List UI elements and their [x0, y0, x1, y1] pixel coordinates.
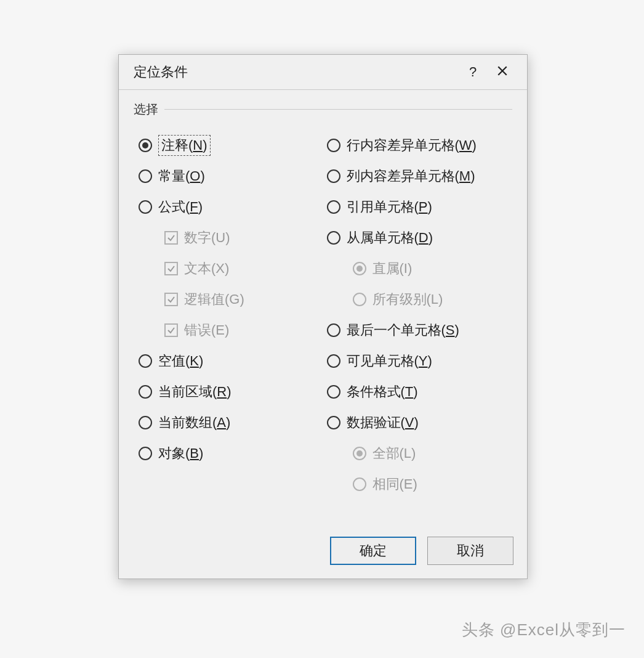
checkbox-errors: 错误(E)	[139, 315, 327, 346]
right-column: 行内容差异单元格(W) 列内容差异单元格(M) 引用单元格(P) 从属单元格(D…	[327, 130, 515, 500]
close-icon	[497, 65, 508, 76]
checkbox-label: 逻辑值(G)	[184, 290, 244, 309]
radio-icon	[139, 385, 152, 399]
radio-icon	[327, 416, 340, 429]
radio-label: 相同(E)	[372, 475, 417, 493]
radio-label: 注释(N)	[158, 135, 211, 156]
radio-label: 直属(I)	[372, 259, 413, 278]
radio-label: 数据验证(V)	[347, 413, 419, 432]
radio-blanks[interactable]: 空值(K)	[139, 346, 327, 376]
radio-label: 全部(L)	[372, 444, 416, 463]
radio-icon	[353, 293, 366, 306]
radio-dep-all: 所有级别(L)	[327, 284, 515, 315]
checkbox-label: 数字(U)	[184, 229, 230, 247]
goto-special-dialog: 定位条件 ? 选择 注释(N) 常量(O) 公式(F)	[118, 54, 528, 579]
radio-label: 所有级别(L)	[372, 290, 443, 309]
dialog-footer: 确定 取消	[330, 537, 513, 565]
radio-objects[interactable]: 对象(B)	[139, 438, 327, 469]
title-bar: 定位条件 ?	[119, 55, 527, 89]
radio-data-validation[interactable]: 数据验证(V)	[327, 407, 515, 438]
radio-label: 从属单元格(D)	[347, 229, 433, 247]
radio-row-diff[interactable]: 行内容差异单元格(W)	[327, 130, 515, 161]
radio-icon	[139, 416, 152, 429]
checkbox-icon	[164, 293, 178, 306]
radio-label: 公式(F)	[158, 198, 203, 216]
radio-last-cell[interactable]: 最后一个单元格(S)	[327, 315, 515, 346]
left-column: 注释(N) 常量(O) 公式(F) 数字(U) 文本(X) 逻辑值(G)	[139, 130, 327, 500]
radio-visible[interactable]: 可见单元格(Y)	[327, 346, 515, 376]
radio-icon	[327, 354, 340, 368]
checkbox-label: 错误(E)	[184, 321, 229, 339]
radio-icon	[139, 139, 152, 152]
options-body: 注释(N) 常量(O) 公式(F) 数字(U) 文本(X) 逻辑值(G)	[119, 118, 527, 500]
radio-label: 常量(O)	[158, 167, 205, 185]
checkbox-text: 文本(X)	[139, 253, 327, 284]
radio-label: 可见单元格(Y)	[347, 352, 432, 370]
radio-label: 当前数组(A)	[158, 413, 230, 432]
radio-icon	[327, 323, 340, 337]
radio-icon	[139, 169, 152, 183]
radio-icon	[353, 447, 366, 460]
radio-icon	[139, 200, 152, 214]
radio-icon	[327, 231, 340, 245]
radio-label: 列内容差异单元格(M)	[347, 167, 475, 185]
radio-formulas[interactable]: 公式(F)	[139, 192, 327, 222]
radio-cond-format[interactable]: 条件格式(T)	[327, 376, 515, 407]
radio-icon	[327, 169, 340, 183]
radio-icon	[327, 139, 340, 152]
radio-icon	[327, 385, 340, 399]
radio-icon	[353, 262, 366, 275]
close-button[interactable]	[488, 64, 517, 80]
watermark-text: 头条 @Excel从零到一	[462, 619, 626, 641]
dialog-title: 定位条件	[134, 63, 458, 81]
radio-dep-direct: 直属(I)	[327, 253, 515, 284]
radio-constants[interactable]: 常量(O)	[139, 161, 327, 192]
radio-label: 条件格式(T)	[347, 383, 418, 401]
radio-current-region[interactable]: 当前区域(R)	[139, 376, 327, 407]
section-header: 选择	[119, 90, 527, 118]
radio-dependents[interactable]: 从属单元格(D)	[327, 222, 515, 253]
checkbox-icon	[164, 231, 178, 245]
help-button[interactable]: ?	[458, 64, 488, 80]
radio-dv-all: 全部(L)	[327, 438, 515, 469]
radio-label: 空值(K)	[158, 352, 203, 370]
radio-label: 当前区域(R)	[158, 383, 231, 401]
section-label-text: 选择	[134, 101, 158, 118]
radio-icon	[139, 354, 152, 368]
radio-comments[interactable]: 注释(N)	[139, 130, 327, 161]
radio-icon	[139, 447, 152, 460]
checkbox-numbers: 数字(U)	[139, 222, 327, 253]
checkbox-logicals: 逻辑值(G)	[139, 284, 327, 315]
radio-current-array[interactable]: 当前数组(A)	[139, 407, 327, 438]
radio-icon	[353, 477, 366, 491]
radio-label: 引用单元格(P)	[347, 198, 432, 216]
radio-col-diff[interactable]: 列内容差异单元格(M)	[327, 161, 515, 192]
radio-label: 对象(B)	[158, 444, 203, 463]
ok-button[interactable]: 确定	[330, 537, 416, 565]
radio-icon	[327, 200, 340, 214]
checkbox-label: 文本(X)	[184, 259, 229, 278]
section-divider-line	[164, 109, 512, 110]
radio-label: 最后一个单元格(S)	[347, 321, 459, 339]
checkbox-icon	[164, 323, 178, 337]
radio-dv-same: 相同(E)	[327, 469, 515, 500]
cancel-button[interactable]: 取消	[427, 537, 513, 565]
radio-precedents[interactable]: 引用单元格(P)	[327, 192, 515, 222]
checkbox-icon	[164, 262, 178, 275]
radio-label: 行内容差异单元格(W)	[347, 136, 477, 155]
